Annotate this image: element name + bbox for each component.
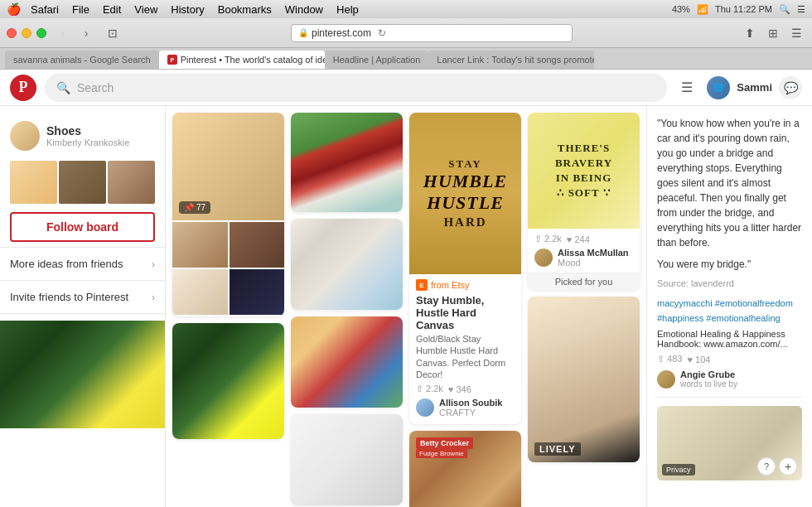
fullscreen-button[interactable]	[36, 28, 46, 38]
back-button[interactable]: ‹	[53, 23, 73, 43]
menubar: 🍎 Safari File Edit View History Bookmark…	[0, 0, 812, 18]
sidebar-thumb-3[interactable]	[108, 161, 155, 204]
sidebar-thumb-1[interactable]	[10, 161, 57, 204]
share-button[interactable]: ⬆	[741, 24, 759, 42]
bravery-pin-info: ⇧ 2.2k ♥ 244 Alissa McMullan Mood Picked…	[528, 229, 640, 290]
more-menubar-icon[interactable]: ☰	[797, 4, 805, 15]
bravery-saves: ⇧ 2.2k	[534, 234, 562, 244]
sidebar-thumbnails	[0, 157, 165, 207]
more-ideas-section[interactable]: More ideas from friends ›	[0, 251, 165, 277]
main-content: Shoes Kimberly Krankoskie Follow board M…	[0, 106, 812, 507]
tab-label: Pinterest • The world's catalog of ideas	[181, 55, 325, 65]
apple-menu[interactable]: 🍎	[7, 2, 21, 16]
menu-window[interactable]: Window	[285, 3, 323, 16]
chevron-right-icon: ›	[152, 258, 155, 270]
tab-google[interactable]: savanna animals - Google Search	[5, 51, 159, 69]
hustle-meta: ⇧ 2.2k ♥ 346	[416, 384, 515, 394]
pinterest-logo[interactable]: P	[10, 75, 36, 101]
etsy-badge: E from Etsy	[416, 279, 515, 291]
house-pin-card[interactable]	[291, 113, 403, 212]
save-icon: ⇧ 2.2k	[416, 384, 443, 394]
zoom-button[interactable]: +	[779, 457, 797, 476]
divider-1	[0, 247, 165, 248]
menu-safari[interactable]: Safari	[31, 3, 59, 16]
picked-for-you: Picked for you	[528, 273, 640, 290]
board-title: Shoes	[46, 124, 155, 138]
menu-items: Safari File Edit View History Bookmarks …	[31, 3, 359, 16]
tab-lancer[interactable]: Lancer Link : Today's hit songs promote …	[428, 51, 594, 69]
user-globe-icon[interactable]: 🌐	[707, 76, 730, 99]
follow-board-button[interactable]: Follow board	[10, 212, 155, 242]
close-button[interactable]	[7, 28, 17, 38]
privacy-button[interactable]: Privacy	[662, 464, 695, 476]
new-tab-button[interactable]: ⊞	[764, 24, 782, 42]
alissa-avatar	[534, 249, 553, 267]
menu-bookmarks[interactable]: Bookmarks	[218, 3, 272, 16]
right-saves: ⇧ 483	[657, 354, 682, 365]
right-divider	[657, 397, 802, 398]
corn-pin-card[interactable]	[172, 323, 284, 439]
white-room-pin-card[interactable]	[291, 414, 403, 505]
help-button[interactable]: ?	[757, 457, 776, 476]
masonry-col-3: stay HUMBLE HUSTLE hard E from Etsy Stay…	[409, 113, 521, 507]
sidebar-thumb-2[interactable]	[59, 161, 106, 204]
quote-text-2: You were my bridge."	[657, 257, 802, 272]
chevron-right-icon-2: ›	[152, 292, 155, 303]
address-bar[interactable]: 🔒 pinterest.com ↻	[291, 24, 573, 42]
browser-chrome: ‹ › ⊡ 🔒 pinterest.com ↻ ⬆ ⊞ ☰	[0, 18, 812, 48]
right-author: Angie Grube words to live by	[657, 369, 802, 389]
allison-name: Allison Soubik	[439, 398, 502, 408]
traffic-lights	[7, 28, 46, 38]
invite-label: Invite friends to Pinterest	[10, 291, 128, 303]
pin-count-icon: 📌	[184, 203, 194, 212]
minimize-button[interactable]	[22, 28, 31, 38]
menu-file[interactable]: File	[72, 3, 89, 16]
alissa-name: Alissa McMullan	[558, 248, 629, 258]
hustle-desc: Gold/Black Stay Humble Hustle Hard Canva…	[416, 333, 515, 380]
shoes-pin-card[interactable]: 📌 77	[172, 113, 284, 316]
porch-pin-card[interactable]	[291, 219, 403, 310]
sidebar-food-image[interactable]	[0, 321, 165, 428]
sidebar-toggle-button[interactable]: ⊡	[103, 23, 123, 43]
hustle-title: Stay Humble, Hustle Hard Canvas	[416, 294, 515, 331]
quote-source: Source: lavenderrd	[657, 278, 802, 288]
tab-label: savanna animals - Google Search	[13, 55, 151, 65]
book-title: Emotional Healing & Happiness Handbook: …	[657, 329, 802, 349]
tab-label: Lancer Link : Today's hit songs promote …	[437, 55, 594, 65]
menu-history[interactable]: History	[171, 3, 204, 16]
chat-icon[interactable]: 💬	[779, 76, 802, 99]
menu-edit[interactable]: Edit	[103, 3, 121, 16]
hustle-pin-card[interactable]: stay HUMBLE HUSTLE hard E from Etsy Stay…	[409, 113, 521, 424]
pin-count: 77	[196, 203, 205, 212]
angie-name: Angie Grube	[680, 369, 737, 379]
app-bar: P 🔍 Search ☰ 🌐 Sammi 💬	[0, 70, 812, 106]
hustle-author: Allison Soubik CRAFTY	[416, 398, 515, 418]
username-label[interactable]: Sammi	[737, 81, 772, 94]
refresh-button[interactable]: ↻	[378, 27, 386, 39]
menu-button[interactable]: ☰	[675, 76, 698, 99]
room-pin-card[interactable]	[291, 316, 403, 408]
etsy-source: from Etsy	[431, 280, 469, 290]
brownie-pin-card[interactable]: Betty Crocker Fudge Brownie	[409, 431, 521, 507]
tag-list: macyymacchi #emotionalfreedom #happiness…	[657, 297, 802, 326]
invite-section[interactable]: Invite friends to Pinterest ›	[0, 284, 165, 310]
allison-board: CRAFTY	[439, 408, 502, 418]
woman-pin-card[interactable]: LIVELY	[528, 297, 640, 462]
search-menubar-icon[interactable]: 🔍	[779, 4, 790, 15]
reader-button[interactable]: ☰	[787, 24, 805, 42]
menu-view[interactable]: View	[134, 3, 157, 16]
tab-pinterest[interactable]: P Pinterest • The world's catalog of ide…	[159, 51, 325, 69]
tab-headline[interactable]: Headline | Application	[325, 51, 429, 69]
allison-avatar	[416, 398, 434, 417]
menubar-right: 43% 📶 Thu 11:22 PM 🔍 ☰	[672, 4, 805, 15]
board-info: Shoes Kimberly Krankoskie	[46, 124, 155, 147]
menu-help[interactable]: Help	[336, 3, 359, 16]
divider-3	[0, 313, 165, 314]
tag-macymacchi[interactable]: macyymacchi #emotionalfreedom #happiness…	[657, 298, 793, 323]
hustle-pin-info: E from Etsy Stay Humble, Hustle Hard Can…	[409, 274, 521, 424]
right-meta: ⇧ 483 ♥ 104	[657, 354, 802, 365]
board-owner: Kimberly Krankoskie	[46, 138, 155, 147]
bravery-pin-card[interactable]: THERE'S BRAVERY IN BEING ∴ SOFT ∵ ⇧ 2.2k…	[528, 113, 640, 290]
forward-button[interactable]: ›	[76, 23, 96, 43]
search-bar[interactable]: 🔍 Search	[45, 74, 667, 102]
